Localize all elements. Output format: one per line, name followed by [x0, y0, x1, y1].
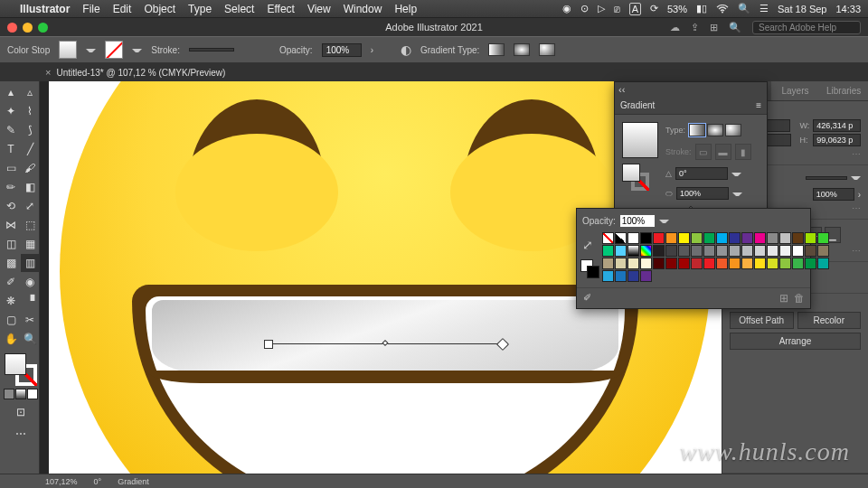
swatch[interactable] [716, 258, 728, 269]
swatch[interactable] [779, 258, 791, 269]
swatch[interactable] [615, 245, 627, 257]
swatch[interactable] [767, 245, 778, 257]
swatch[interactable] [741, 245, 753, 257]
swatch[interactable] [767, 258, 778, 269]
opacity-input[interactable]: 100% [322, 43, 362, 57]
swatch[interactable] [615, 258, 627, 269]
stroke-dd-icon[interactable] [851, 173, 861, 183]
swatch[interactable] [817, 245, 829, 257]
direct-selection-tool[interactable]: ▵ [21, 83, 39, 101]
tab-libraries[interactable]: Libraries [819, 81, 868, 100]
shape-builder-tool[interactable]: ◫ [2, 235, 20, 253]
screen-mode-button[interactable]: ⊡ [12, 403, 30, 421]
color-picker-icon[interactable] [580, 259, 599, 278]
menubar-time[interactable]: 14:33 [835, 4, 861, 14]
stroke-swatch[interactable] [105, 41, 123, 59]
swatch[interactable] [754, 232, 766, 244]
transform-h-input[interactable]: 99,0623 p [813, 134, 861, 146]
edit-toolbar-button[interactable]: ⋯ [12, 425, 30, 443]
symbol-sprayer-tool[interactable]: ❋ [2, 292, 20, 310]
lang-icon[interactable]: A [629, 3, 641, 15]
gradtype-freeform-button[interactable] [725, 124, 741, 136]
menu-object[interactable]: Object [144, 3, 175, 15]
tab-layers[interactable]: Layers [771, 81, 820, 100]
swatch[interactable] [678, 245, 690, 257]
display-icon[interactable]: ⎚ [614, 4, 620, 14]
updates-icon[interactable]: ⟳ [650, 3, 658, 14]
recolor-button[interactable]: Recolor [797, 312, 862, 329]
none-mode-button[interactable] [27, 389, 38, 399]
pen-tool[interactable]: ✎ [2, 121, 20, 139]
angle-dd-icon[interactable] [731, 169, 741, 179]
swatch[interactable] [602, 258, 614, 269]
arrange-button[interactable]: Arrange [730, 333, 861, 350]
ratio-dd-icon[interactable] [732, 189, 742, 199]
panel-menu-icon[interactable]: ≡ [756, 100, 761, 110]
rotate-view[interactable]: 0° [94, 477, 102, 486]
line-tool[interactable]: ╱ [21, 140, 39, 158]
swatch[interactable] [729, 245, 741, 257]
zoom-tool[interactable]: 🔍 [21, 330, 39, 348]
artboard-tool[interactable]: ▢ [2, 311, 20, 329]
free-transform-tool[interactable]: ⬚ [21, 216, 39, 234]
paintbrush-tool[interactable]: 🖌 [21, 159, 39, 177]
gradient-fill-stroke[interactable] [622, 164, 649, 191]
rotate-tool[interactable]: ⟲ [2, 197, 20, 215]
swatch-opacity-input[interactable] [619, 214, 656, 228]
panel-collapse-icon[interactable]: ‹‹ [618, 84, 625, 95]
gradient-type-radial-button[interactable] [514, 43, 530, 56]
zoom-level[interactable]: 107,12% [45, 477, 78, 486]
offset-path-button[interactable]: Offset Path [730, 312, 794, 329]
cloud-doc-icon[interactable]: ☁ [670, 22, 680, 33]
swatch[interactable] [779, 232, 791, 244]
swatch-delete-icon[interactable]: 🗑 [794, 292, 805, 305]
eyedropper-tool-icon[interactable]: ✐ [583, 292, 591, 304]
stroke-dropdown-icon[interactable] [132, 45, 142, 55]
swatch[interactable] [729, 232, 741, 244]
swatch[interactable] [653, 232, 665, 244]
swatch[interactable] [817, 258, 829, 269]
swatch-options-icon[interactable]: ⊞ [779, 292, 788, 305]
swatch[interactable] [805, 232, 816, 244]
recolor-icon[interactable]: ◐ [401, 42, 411, 57]
swatch[interactable] [640, 232, 652, 244]
lasso-tool[interactable]: ⌇ [21, 102, 39, 120]
menu-file[interactable]: File [82, 3, 99, 15]
swatch[interactable] [716, 245, 728, 257]
swatch[interactable] [767, 232, 778, 244]
menu-help[interactable]: Help [394, 3, 417, 15]
curvature-tool[interactable]: ⟆ [21, 121, 39, 139]
swatch[interactable] [640, 245, 652, 257]
swatch[interactable] [602, 232, 614, 244]
swatch[interactable] [627, 245, 639, 257]
stroke-weight-input[interactable] [189, 48, 234, 52]
emoji-teeth-selected[interactable] [152, 300, 618, 374]
eyedropper-tool[interactable]: ✐ [2, 273, 20, 291]
menu-window[interactable]: Window [344, 3, 382, 15]
status-icon[interactable]: ◉ [562, 3, 571, 14]
menubar-date[interactable]: Sat 18 Sep [778, 4, 826, 14]
gradient-type-linear-button[interactable] [488, 43, 505, 56]
blend-tool[interactable]: ◉ [21, 273, 39, 291]
appearance-opacity-input[interactable]: 100% [813, 188, 854, 201]
battery-icon[interactable]: ▮▯ [696, 3, 707, 14]
color-mode-button[interactable] [4, 389, 14, 399]
slice-tool[interactable]: ✂ [21, 311, 39, 329]
appearance-stroke-input[interactable] [806, 176, 847, 180]
perspective-tool[interactable]: ▦ [21, 235, 39, 253]
swatch[interactable] [779, 245, 791, 257]
swatch[interactable] [754, 258, 766, 269]
swatch-opacity-dd-icon[interactable] [659, 216, 669, 226]
opacity-arrow-icon2[interactable]: › [858, 190, 861, 200]
control-center-icon[interactable]: ☰ [760, 3, 769, 14]
swatch[interactable] [716, 232, 728, 244]
swatch[interactable] [615, 232, 627, 244]
fill-stroke-control[interactable] [5, 353, 37, 386]
arrange-icon[interactable]: ⊞ [710, 22, 718, 33]
swatch[interactable] [805, 258, 816, 269]
fill-swatch[interactable] [59, 41, 77, 59]
search-icon[interactable]: 🔍 [729, 22, 741, 33]
scale-tool[interactable]: ⤢ [21, 197, 39, 215]
swatch[interactable] [665, 258, 677, 269]
graph-tool[interactable]: ▝ [21, 292, 39, 310]
